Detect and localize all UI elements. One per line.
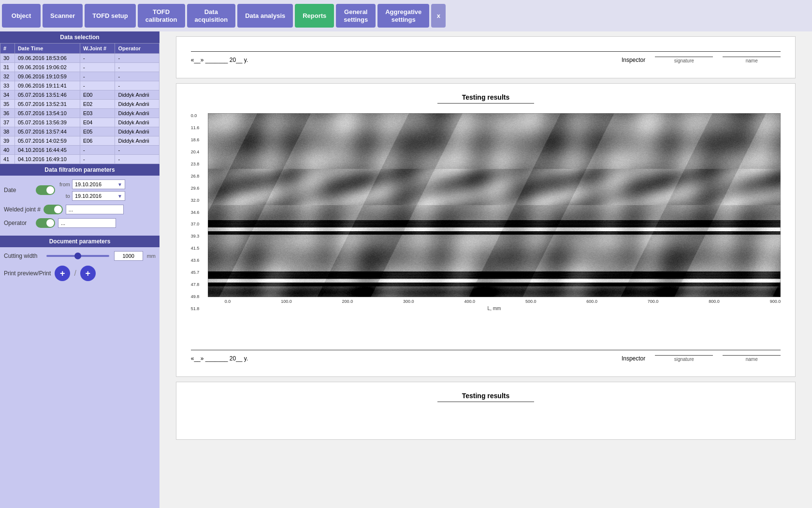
cutting-width-slider-container [46, 255, 110, 257]
row-operator: - [115, 81, 160, 90]
row-wjoint: E03 [80, 109, 115, 118]
x-axis-tick: 600.0 [586, 299, 597, 304]
operator-input[interactable] [58, 218, 116, 228]
doc-params: Cutting width mm Print preview/Print + /… [0, 247, 160, 285]
table-row[interactable]: 30 09.06.2016 18:53:06 - - [0, 54, 160, 63]
row-datetime: 05.07.2016 13:54:10 [14, 109, 80, 118]
welded-joint-input[interactable] [66, 205, 124, 214]
table-row[interactable]: 31 09.06.2016 19:06:02 - - [0, 63, 160, 72]
x-axis-tick: 200.0 [342, 299, 353, 304]
row-id: 40 [0, 146, 15, 155]
cutting-width-row: Cutting width mm [4, 251, 156, 261]
nav-reports[interactable]: Reports [295, 4, 334, 28]
y-axis-tick: 47.8 [191, 282, 206, 287]
col-operator: Operator [115, 44, 160, 54]
table-row[interactable]: 41 04.10.2016 16:49:10 - - [0, 155, 160, 164]
welded-joint-toggle[interactable] [44, 205, 63, 214]
row-id: 35 [0, 100, 15, 109]
row-id: 34 [0, 90, 15, 100]
nav-object[interactable]: Object [2, 4, 41, 28]
cutting-width-value[interactable] [114, 251, 143, 261]
row-operator: Diddyk Andrii [115, 118, 160, 127]
row-datetime: 04.10.2016 16:44:45 [14, 146, 80, 155]
table-row[interactable]: 36 05.07.2016 13:54:10 E03 Diddyk Andrii [0, 109, 160, 118]
from-label: from [58, 181, 70, 187]
y-axis-tick: 20.4 [191, 149, 206, 154]
inspector-label-2: Inspector [622, 355, 645, 362]
table-row[interactable]: 40 04.10.2016 16:44:45 - - [0, 146, 160, 155]
table-row[interactable]: 32 09.06.2016 19:10:59 - - [0, 72, 160, 81]
date-toggle[interactable] [36, 185, 55, 195]
row-datetime: 09.06.2016 19:06:02 [14, 63, 80, 72]
row-id: 36 [0, 109, 15, 118]
welded-joint-filter-row: Welded joint # [4, 205, 156, 214]
nav-aggregative-settings[interactable]: Aggregative settings [377, 4, 429, 28]
row-wjoint: E04 [80, 118, 115, 127]
date-to-input[interactable]: 19.10.2016 ▼ [72, 191, 125, 201]
date-from-input[interactable]: 19.10.2016 ▼ [72, 179, 125, 189]
signature-line-2 [655, 355, 713, 356]
table-row[interactable]: 33 09.06.2016 19:11:41 - - [0, 81, 160, 90]
right-content[interactable]: «__» _______ 20__ y. Inspector signature… [160, 31, 812, 508]
row-datetime: 05.07.2016 13:51:46 [14, 90, 80, 100]
row-id: 37 [0, 118, 15, 127]
x-axis-tick: 900.0 [770, 299, 781, 304]
cutting-width-slider[interactable] [46, 255, 109, 257]
x-axis-tick: 700.0 [648, 299, 659, 304]
nav-data-acquisition[interactable]: Data acquisition [187, 4, 236, 28]
row-datetime: 09.06.2016 19:11:41 [14, 81, 80, 90]
row-operator: - [115, 72, 160, 81]
print-btn[interactable]: + [80, 266, 96, 281]
row-id: 30 [0, 54, 15, 63]
row-wjoint: - [80, 54, 115, 63]
col-id: # [0, 44, 15, 54]
name-block-2: name [723, 355, 781, 362]
operator-toggle[interactable] [36, 218, 55, 228]
table-row[interactable]: 38 05.07.2016 13:57:44 E05 Diddyk Andrii [0, 127, 160, 136]
table-row[interactable]: 39 05.07.2016 14:02:59 E06 Diddyk Andrii [0, 136, 160, 146]
date-to-dropdown-icon[interactable]: ▼ [117, 194, 122, 199]
row-id: 38 [0, 127, 15, 136]
report-footer-2: «__» _______ 20__ y. Inspector signature… [191, 350, 781, 367]
name-label-2: name [746, 357, 758, 362]
name-block-1: name [723, 57, 781, 63]
y-axis-tick: 0.0 [191, 113, 206, 118]
x-axis-title: L, mm [208, 304, 781, 311]
row-datetime: 05.07.2016 13:57:44 [14, 127, 80, 136]
y-axis-tick: 34.6 [191, 210, 206, 215]
y-axis-tick: 37.0 [191, 222, 206, 226]
cutting-width-unit: mm [147, 253, 156, 259]
operator-filter-row: Operator [4, 218, 156, 228]
row-operator: Diddyk Andrii [115, 90, 160, 100]
table-row[interactable]: 34 05.07.2016 13:51:46 E00 Diddyk Andrii [0, 90, 160, 100]
col-wjoint: W.Joint # [80, 44, 115, 54]
data-selection-header: Data selection [0, 31, 160, 43]
table-row[interactable]: 37 05.07.2016 13:56:39 E04 Diddyk Andrii [0, 118, 160, 127]
y-axis-tick: 51.8 [191, 306, 206, 311]
col-datetime: Date Time [14, 44, 80, 54]
row-id: 31 [0, 63, 15, 72]
nav-data-analysis[interactable]: Data analysis [237, 4, 293, 28]
x-axis-tick: 400.0 [464, 299, 475, 304]
row-operator: Diddyk Andrii [115, 136, 160, 146]
date-from-dropdown-icon[interactable]: ▼ [117, 182, 122, 187]
x-axis-tick: 100.0 [281, 299, 292, 304]
row-operator: - [115, 146, 160, 155]
cutting-width-label: Cutting width [4, 253, 43, 259]
nav-general-settings[interactable]: General settings [336, 4, 376, 28]
row-wjoint: - [80, 72, 115, 81]
print-label: Print preview/Print [4, 270, 51, 277]
nav-tofd-calibration[interactable]: TOFD calibration [138, 4, 185, 28]
nav-tofd-setup[interactable]: TOFD setup [85, 4, 135, 28]
row-operator: - [115, 54, 160, 63]
table-row[interactable]: 35 05.07.2016 13:52:31 E02 Diddyk Andrii [0, 100, 160, 109]
nav-close[interactable]: x [431, 4, 446, 28]
report-page-2: Testing results 0.011.618.620.423.826.82… [176, 83, 796, 377]
y-axis-tick: 39.3 [191, 234, 206, 239]
row-wjoint: - [80, 63, 115, 72]
row-operator: - [115, 63, 160, 72]
to-label: to [58, 193, 70, 199]
nav-scanner[interactable]: Scanner [43, 4, 83, 28]
data-table-scroll[interactable]: # Date Time W.Joint # Operator 30 09.06.… [0, 43, 160, 164]
print-preview-btn[interactable]: + [55, 266, 70, 281]
